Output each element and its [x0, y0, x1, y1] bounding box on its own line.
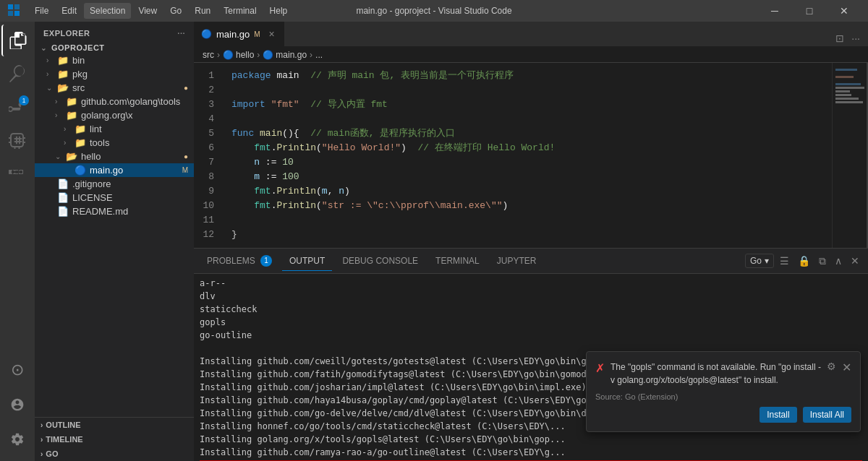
folder-icon: 📁 [57, 55, 69, 66]
src-label: src [72, 82, 85, 93]
terminal-tab[interactable]: TERMINAL [428, 251, 487, 271]
output-line: dlv [200, 290, 862, 303]
notification-header: ✗ The "gopls" command is not available. … [595, 361, 851, 387]
tree-item-bin[interactable]: › 📁 bin [35, 53, 194, 67]
run-debug-activity-icon[interactable] [1, 124, 33, 156]
notification-gear-icon[interactable]: ⚙ [827, 361, 836, 372]
dropdown-label: Go [750, 256, 762, 266]
code-line-4 [231, 112, 832, 126]
jupyter-tab[interactable]: JUPYTER [490, 251, 544, 271]
extensions-activity-icon[interactable] [1, 158, 33, 189]
panel-copy-icon[interactable]: ⧉ [816, 254, 829, 269]
tree-item-golang[interactable]: › 📁 golang.org\x [35, 108, 194, 122]
tree-item-pkg[interactable]: › 📁 pkg [35, 67, 194, 81]
gitignore-file-icon: 📄 [57, 178, 69, 189]
readme-label: README.md [72, 206, 128, 217]
breadcrumb-sep-1: › [217, 50, 220, 60]
panel-output-dropdown[interactable]: Go ▾ [745, 254, 774, 268]
code-line-7: n := 10 [231, 155, 832, 170]
remote-icon[interactable]: ⊙ [1, 354, 33, 386]
tree-project-root[interactable]: ⌄ GOPROJECT [35, 42, 194, 53]
tree-item-src[interactable]: ⌄ 📂 src ● [35, 81, 194, 95]
source-control-activity-icon[interactable]: 1 [1, 91, 33, 123]
sidebar-bottom-sections: › OUTLINE › TIMELINE › GO [35, 417, 194, 461]
menu-help[interactable]: Help [264, 3, 294, 19]
tab-go-icon: 🔵 [201, 29, 212, 39]
account-icon[interactable] [1, 389, 33, 421]
outline-section-header[interactable]: › OUTLINE [35, 418, 194, 432]
menu-terminal[interactable]: Terminal [218, 3, 262, 19]
notification-close-icon[interactable]: ✕ [842, 361, 851, 374]
sidebar-title: EXPLORER [43, 29, 90, 38]
activity-bar-bottom: ⊙ [1, 354, 33, 455]
breadcrumb-file[interactable]: 🔵 main.go [263, 50, 307, 60]
project-name: GOPROJECT [51, 43, 105, 52]
tree-item-lint[interactable]: › 📁 lint [35, 122, 194, 136]
notification-message: The "gopls" command is not available. Ru… [610, 361, 821, 387]
settings-icon[interactable] [1, 423, 33, 455]
go-section-header[interactable]: › GO [35, 447, 194, 461]
panel-close-icon[interactable]: ✕ [848, 254, 862, 268]
menu-go[interactable]: Go [164, 3, 187, 19]
panel-clear-icon[interactable]: ☰ [777, 254, 792, 268]
folder-icon: 📁 [66, 110, 77, 121]
tree-item-tools[interactable]: › 📁 tools [35, 136, 194, 150]
license-label: LICENSE [72, 192, 113, 203]
tab-close-button[interactable]: × [268, 28, 276, 40]
main-go-modified: M [182, 166, 188, 174]
search-activity-icon[interactable] [1, 58, 33, 90]
go-section-arrow: › [41, 450, 43, 458]
menu-run[interactable]: Run [189, 3, 216, 19]
output-tab[interactable]: OUTPUT [282, 251, 332, 271]
license-file-icon: 📄 [57, 192, 69, 203]
install-button[interactable]: Install [760, 407, 796, 423]
tree-item-main-go[interactable]: › 🔵 main.go M [35, 163, 194, 177]
timeline-arrow: › [41, 436, 43, 444]
menu-view[interactable]: View [132, 3, 163, 19]
outline-arrow: › [41, 421, 43, 429]
minimize-button[interactable]: ─ [758, 0, 791, 22]
title-bar-left: File Edit Selection View Go Run Terminal… [7, 3, 293, 19]
src-arrow: ⌄ [46, 84, 55, 92]
panel-lock-icon[interactable]: 🔒 [795, 254, 813, 268]
notification-actions: Install Install All [595, 407, 851, 423]
panel-expand-icon[interactable]: ∧ [832, 254, 845, 268]
close-button[interactable]: ✕ [827, 0, 861, 22]
svg-rect-3 [14, 11, 20, 16]
code-line-10: fmt.Println("str := \"c:\\pprof\\main.ex… [231, 199, 832, 213]
sidebar-more-icon[interactable]: ··· [177, 29, 185, 38]
tree-item-hello[interactable]: ⌄ 📂 hello ● [35, 150, 194, 163]
output-line: a-r-- [200, 277, 862, 290]
breadcrumb-src[interactable]: src [203, 50, 214, 60]
code-line-3: import "fmt" // 导入内置 fmt [231, 98, 832, 112]
sidebar: EXPLORER ··· ⌄ GOPROJECT › 📁 bin › 📁 pkg [35, 22, 194, 461]
breadcrumb-symbol[interactable]: ... [315, 50, 323, 60]
folder-icon: 📁 [75, 124, 86, 134]
title-bar: File Edit Selection View Go Run Terminal… [0, 0, 868, 22]
timeline-section-header[interactable]: › TIMELINE [35, 432, 194, 447]
code-lines: package main // 声明 main 包, 表明当前是一个可执行程序 … [226, 63, 832, 248]
menu-file[interactable]: File [29, 3, 54, 19]
split-editor-icon[interactable]: ⊡ [833, 30, 846, 46]
menu-selection[interactable]: Selection [84, 3, 131, 19]
main-go-tab[interactable]: 🔵 main.go M × [194, 22, 284, 46]
breadcrumb-hello[interactable]: 🔵 hello [223, 50, 254, 60]
tree-item-gitignore[interactable]: › 📄 .gitignore [35, 177, 194, 191]
tab-bar: 🔵 main.go M × ⊡ ··· [194, 22, 868, 47]
tab-label: main.go [216, 29, 250, 40]
debug-console-tab[interactable]: DEBUG CONSOLE [335, 251, 425, 271]
code-line-6: fmt.Println("Hello World!") // 在终端打印 Hel… [231, 141, 832, 155]
golang-arrow: › [55, 111, 64, 119]
menu-edit[interactable]: Edit [56, 3, 82, 19]
code-editor[interactable]: 1 2 3 4 5 6 7 8 9 10 11 12 package [194, 63, 832, 248]
tree-item-readme[interactable]: › 📄 README.md [35, 204, 194, 218]
install-all-button[interactable]: Install All [803, 407, 851, 423]
lint-label: lint [90, 124, 102, 134]
maximize-button[interactable]: □ [793, 0, 826, 22]
go-section-label: GO [46, 449, 58, 458]
tree-item-license[interactable]: › 📄 LICENSE [35, 191, 194, 204]
problems-tab[interactable]: PROBLEMS 1 [200, 251, 279, 272]
more-actions-icon[interactable]: ··· [849, 30, 862, 46]
explorer-activity-icon[interactable] [1, 25, 33, 56]
tree-item-github[interactable]: › 📁 github.com\golang\tools [35, 95, 194, 108]
